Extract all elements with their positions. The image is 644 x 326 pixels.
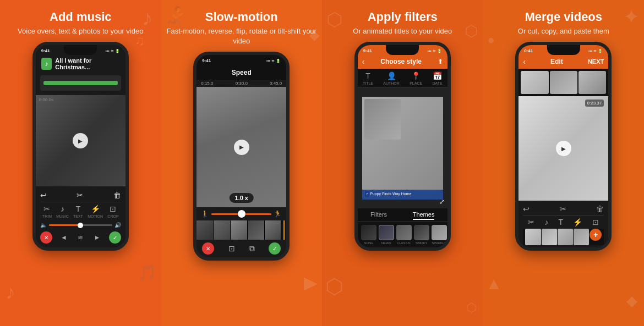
phone-1-status-bar: 9:41 ▪▪▪ ≋ 🔋 [36, 48, 125, 53]
panel-3-subtitle: Or animated titles to your video [353, 26, 452, 36]
phone-3-tab-place[interactable]: 📍 PLACE [410, 71, 422, 85]
phone-1-delete-icon[interactable]: 🗑 [113, 191, 121, 200]
phone-1-prev-btn[interactable]: ◄ [58, 234, 69, 241]
phone-4-filmstrip: + [523, 229, 604, 245]
phone-3-expand-btn[interactable]: ⤢ [439, 198, 445, 206]
phone-4: 0:41 ▪▪▪ ≋ 🔋 ‹ Edit NEXT 0:23.37 ▶ ↩ ✂ [515, 42, 612, 251]
phone-1-music-icon: ♪ [41, 58, 52, 70]
filter-smoky[interactable]: SMOKY [414, 225, 429, 245]
phone-1-tool-trim[interactable]: ✂ TRIM [42, 205, 52, 218]
news-text: Puppy Finds Way Home [370, 192, 411, 196]
phone-3-inset-video [364, 99, 401, 140]
phone-3-time: 9:41 [363, 48, 372, 53]
phone-4-thumb-2[interactable] [550, 71, 577, 94]
expand-icon[interactable]: ⊡ [228, 244, 235, 253]
date-tab-icon: 📅 [433, 71, 442, 80]
phone-1-tool-crop[interactable]: ⊡ CROP [107, 205, 118, 218]
vol-high-icon: 🔊 [114, 222, 121, 228]
phone-1-cancel-btn[interactable]: ✕ [40, 231, 52, 244]
phone-1-cut-icon[interactable]: ✂ [77, 191, 83, 200]
phone-2-speed-slider[interactable] [211, 213, 271, 215]
phone-4-cut-icon[interactable]: ✂ [560, 205, 566, 213]
title-tab-label: TITLE [363, 81, 373, 85]
phone-4-tool-resize[interactable]: ⊡ [592, 218, 599, 226]
phone-3-video-inner: 7 Puppy Finds Way Home [362, 97, 443, 200]
phone-4-tool-motion[interactable]: ⚡ [573, 218, 582, 226]
phone-1-volume-row: 🔈 🔊 [40, 220, 121, 230]
phone-3-news-overlay: 7 Puppy Finds Way Home [362, 190, 443, 200]
phone-4-controls: ↩ ✂ 🗑 ✂ ♪ T ⚡ [519, 201, 608, 247]
panel-slow-motion: 🏃 ▶ ◆ Slow-motion Fast-motion, reverse, … [161, 0, 323, 326]
phone-4-delete-icon[interactable]: 🗑 [596, 205, 604, 213]
filter-sparkle[interactable]: SPARKLE [432, 225, 447, 245]
phone-1-next-btn[interactable]: ► [92, 234, 103, 241]
p4-frame-4 [574, 229, 589, 245]
filmstrip-frame-1 [197, 220, 214, 240]
filter-none[interactable]: NONE [361, 225, 376, 245]
phone-4-add-video-btn[interactable]: + [590, 229, 602, 241]
deco-triangle-1: ▲ [486, 274, 503, 293]
phone-4-tool-text[interactable]: T [558, 218, 563, 226]
phone-2-screen: 9:41 ▪▪▪ ≋ 🔋 Speed 0:15.0 0:30.0 0:45.0 … [197, 55, 286, 257]
phone-4-back-btn[interactable]: ‹ [523, 57, 526, 66]
phone-3-themes-tab[interactable]: Themes [413, 211, 435, 220]
phone-2-play-btn[interactable]: ▶ [234, 140, 249, 155]
deco-triangle-icon: ▶ [304, 272, 318, 293]
filmstrip-frame-4 [248, 220, 265, 240]
place-tab-icon: 📍 [411, 71, 421, 80]
speed-mark-1: 0:15.0 [201, 81, 213, 86]
phone-3-share-btn[interactable]: ⬆ [438, 58, 443, 65]
phone-3-tab-title[interactable]: T TITLE [363, 71, 373, 85]
filter-sparkle-label: SPARKLE [432, 241, 446, 245]
phone-1-play-btn[interactable]: ▶ [73, 133, 88, 148]
filter-news[interactable]: NEWS [379, 225, 394, 245]
deco-music-note-4: 🎵 [138, 264, 157, 282]
deco-music-note-3: ♪ [6, 281, 15, 304]
filter-classic[interactable]: CLASSIC [396, 225, 412, 245]
deco-music-note-1: ♪ [142, 5, 153, 30]
motion-label: MOTION [88, 214, 103, 218]
phone-1-confirm-btn[interactable]: ✓ [109, 231, 121, 244]
phone-4-thumb-1[interactable] [521, 71, 548, 94]
phone-1-volume-slider[interactable] [49, 224, 112, 226]
phone-2-time: 9:41 [202, 58, 211, 63]
phone-3-filter-tabs: Filters Themes [358, 208, 447, 222]
deco-circle-1: ● [488, 33, 495, 47]
filmstrip-frame-5 [265, 220, 282, 240]
phone-1-video: ▶ 0:00.0s [36, 95, 125, 186]
text-icon: T [76, 205, 81, 213]
phone-4-tool-music[interactable]: ♪ [544, 218, 548, 226]
phone-1-tool-music[interactable]: ♪ MUSIC [56, 205, 69, 218]
phone-2-signal: ▪▪▪ ≋ 🔋 [266, 58, 281, 63]
author-tab-label: AUTHOR [383, 81, 400, 85]
panel-add-music: ♪ ♫ ♪ 🎵 Add music Voice overs, text & ph… [0, 0, 161, 326]
phone-2-slider-row: 🚶 🏃 [197, 207, 286, 220]
phone-2-confirm-btn[interactable]: ✓ [269, 242, 281, 255]
phone-3-back-btn[interactable]: ‹ [362, 57, 365, 66]
panel-merge-videos: ✦ ▲ ◆ ● Merge videos Or cut, copy, and p… [483, 0, 645, 326]
phone-1-undo-icon[interactable]: ↩ [40, 191, 47, 200]
split-icon[interactable]: ⧉ [249, 244, 255, 253]
phone-3-tab-date[interactable]: 📅 DATE [432, 71, 442, 85]
phone-4-thumb-3[interactable] [578, 71, 606, 94]
phone-3-tab-author[interactable]: 👤 AUTHOR [383, 71, 400, 85]
phone-4-ctrl-row: ↩ ✂ 🗑 [523, 203, 604, 215]
author-tab-icon: 👤 [387, 71, 396, 80]
phone-2-cancel-btn[interactable]: ✕ [202, 242, 214, 255]
music-label: MUSIC [56, 214, 69, 218]
phone-1-controls: ↩ ✂ 🗑 ✂ TRIM ♪ MUSIC T TEXT [36, 189, 125, 247]
phone-1-time: 9:41 [41, 48, 50, 53]
phone-4-next-btn[interactable]: NEXT [588, 58, 604, 65]
p4-cut-tool-icon: ✂ [528, 218, 534, 226]
phone-4-toolbar: ✂ ♪ T ⚡ ⊡ [523, 215, 604, 229]
phone-4-play-btn[interactable]: ▶ [556, 141, 571, 156]
phone-1-tool-motion[interactable]: ⚡ MOTION [88, 205, 103, 218]
phone-4-tool-cut[interactable]: ✂ [528, 218, 534, 226]
filmstrip-frame-3 [231, 220, 248, 240]
phone-3-filters-tab[interactable]: Filters [370, 211, 387, 220]
filter-news-label: NEWS [381, 241, 391, 245]
phone-4-timestamp: 0:23.37 [585, 100, 604, 107]
p4-frame-2 [542, 229, 557, 245]
phone-4-undo-icon[interactable]: ↩ [523, 205, 530, 213]
phone-1-tool-text[interactable]: T TEXT [73, 205, 83, 218]
